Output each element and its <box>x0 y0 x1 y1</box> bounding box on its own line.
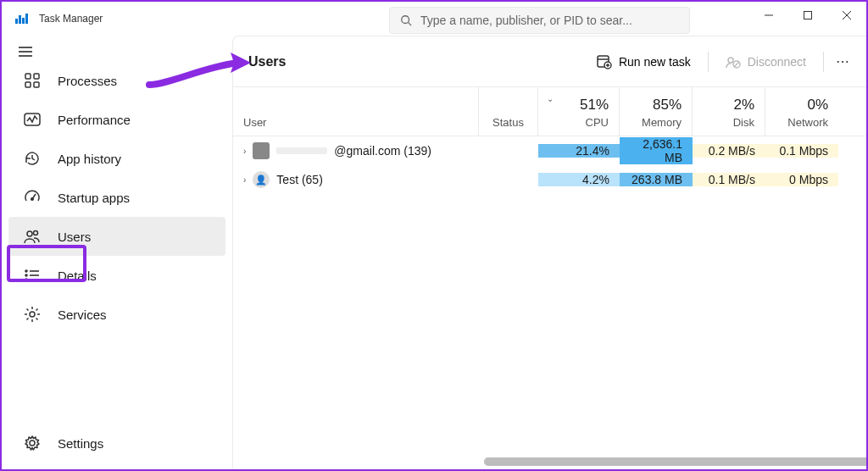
svg-point-19 <box>25 279 27 280</box>
window-controls <box>749 2 866 29</box>
svg-point-22 <box>30 441 35 446</box>
svg-rect-8 <box>25 82 31 87</box>
expand-icon[interactable]: › <box>243 175 246 185</box>
redacted-text <box>276 147 327 154</box>
svg-point-17 <box>25 274 27 276</box>
sidebar: Processes Performance App history Startu… <box>2 36 232 469</box>
avatar-placeholder-icon: 👤 <box>253 171 270 188</box>
maximize-button[interactable] <box>788 2 827 29</box>
sidebar-item-label: Startup apps <box>58 191 130 205</box>
run-new-task-label: Run new task <box>619 55 691 69</box>
svg-rect-7 <box>34 74 39 79</box>
hamburger-menu[interactable] <box>2 42 232 61</box>
svg-point-15 <box>25 270 27 272</box>
gear-icon <box>24 306 41 323</box>
app-icon <box>15 14 29 24</box>
sidebar-item-performance[interactable]: Performance <box>8 100 225 139</box>
horizontal-scrollbar[interactable] <box>484 457 868 466</box>
network-value: 0.1 Mbps <box>765 144 838 158</box>
page-title: Users <box>248 54 286 69</box>
expand-icon[interactable]: › <box>243 147 246 156</box>
cpu-value: 21.4% <box>538 144 620 158</box>
search-icon <box>400 14 412 26</box>
run-new-task-button[interactable]: Run new task <box>587 49 701 75</box>
scrollbar-thumb[interactable] <box>484 457 868 466</box>
table-row[interactable]: › 👤 Test (65) 4.2% 263.8 MB 0.1 MB/s 0 M… <box>233 165 866 194</box>
settings-icon <box>24 435 41 452</box>
sidebar-item-services[interactable]: Services <box>8 295 225 334</box>
svg-point-21 <box>30 312 35 317</box>
more-options-button[interactable]: ⋯ <box>831 53 856 69</box>
disconnect-icon <box>726 54 741 69</box>
svg-rect-3 <box>804 12 812 19</box>
search-input[interactable]: Type a name, publisher, or PID to sear..… <box>389 7 690 34</box>
avatar <box>253 142 270 159</box>
column-network[interactable]: 0% Network <box>765 87 838 136</box>
svg-point-28 <box>728 58 733 63</box>
sidebar-item-app-history[interactable]: App history <box>8 139 225 178</box>
column-status[interactable]: Status <box>479 87 538 136</box>
sidebar-item-label: App history <box>58 152 121 166</box>
cpu-value: 4.2% <box>538 173 620 186</box>
disconnect-label: Disconnect <box>748 55 806 69</box>
toolbar-divider <box>823 52 824 72</box>
column-user[interactable]: User <box>233 87 479 136</box>
disk-value: 0.2 MB/s <box>693 144 765 158</box>
table-row[interactable]: › @gmail.com (139) 21.4% 2,636.1 MB 0.2 … <box>233 136 866 165</box>
svg-point-12 <box>31 198 34 201</box>
user-name: Test (65) <box>276 173 322 186</box>
title-bar: Task Manager Type a name, publisher, or … <box>2 2 866 36</box>
sidebar-item-label: Details <box>58 269 97 283</box>
search-placeholder: Type a name, publisher, or PID to sear..… <box>420 14 632 27</box>
disconnect-button: Disconnect <box>715 49 816 75</box>
main-panel: Users Run new task Disconnect ⋯ User Sta… <box>232 36 866 469</box>
column-cpu[interactable]: ⌄ 51% CPU <box>538 87 620 136</box>
activity-icon <box>24 111 41 128</box>
grid-icon <box>24 72 41 89</box>
history-icon <box>24 150 41 167</box>
gauge-icon <box>24 189 41 206</box>
svg-rect-6 <box>25 74 31 79</box>
network-value: 0 Mbps <box>765 173 838 186</box>
sidebar-item-label: Services <box>58 308 107 322</box>
column-memory[interactable]: 85% Memory <box>620 87 693 136</box>
toolbar-divider <box>708 52 709 72</box>
close-button[interactable] <box>827 2 866 29</box>
svg-point-0 <box>402 16 409 24</box>
sidebar-item-details[interactable]: Details <box>8 256 225 295</box>
chevron-down-icon: ⌄ <box>547 94 554 103</box>
sidebar-item-label: Settings <box>58 436 103 451</box>
memory-value: 2,636.1 MB <box>620 137 693 164</box>
users-table: User Status ⌄ 51% CPU 85% Memory 2% Disk… <box>233 87 866 469</box>
users-icon <box>24 228 41 245</box>
sidebar-item-label: Users <box>58 230 91 244</box>
svg-line-30 <box>734 62 739 67</box>
list-icon <box>24 267 41 284</box>
run-task-icon <box>597 54 612 69</box>
user-name: @gmail.com (139) <box>334 144 431 158</box>
disk-value: 0.1 MB/s <box>693 173 765 186</box>
memory-value: 263.8 MB <box>620 173 693 186</box>
table-header: User Status ⌄ 51% CPU 85% Memory 2% Disk… <box>233 87 866 136</box>
sidebar-item-label: Performance <box>58 113 131 127</box>
svg-point-13 <box>27 231 32 236</box>
column-disk[interactable]: 2% Disk <box>693 87 765 136</box>
svg-point-14 <box>34 231 38 236</box>
app-title: Task Manager <box>39 13 103 25</box>
svg-rect-9 <box>34 82 39 87</box>
svg-rect-10 <box>25 114 40 125</box>
svg-line-1 <box>409 23 412 26</box>
main-header: Users Run new task Disconnect ⋯ <box>233 36 866 87</box>
sidebar-item-startup-apps[interactable]: Startup apps <box>8 178 225 217</box>
sidebar-item-users[interactable]: Users <box>8 217 225 256</box>
minimize-button[interactable] <box>749 2 788 29</box>
sidebar-item-label: Processes <box>58 74 117 88</box>
sidebar-item-settings[interactable]: Settings <box>8 424 225 463</box>
sidebar-item-processes[interactable]: Processes <box>8 61 225 100</box>
